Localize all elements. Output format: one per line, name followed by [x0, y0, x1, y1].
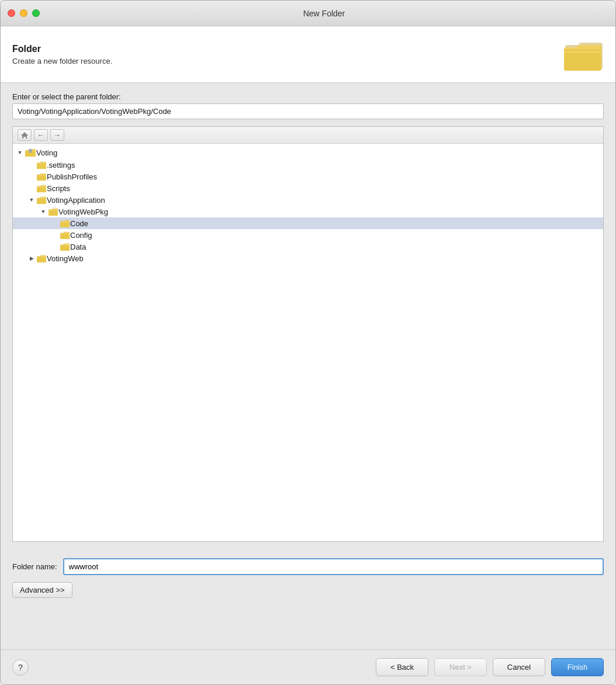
back-nav-button[interactable]: ← [34, 129, 48, 141]
tree-item-label-voting: Voting [36, 148, 57, 157]
title-bar: New Folder [1, 1, 615, 26]
tree-item-label-scripts: Scripts [47, 184, 70, 193]
tree-item-votingweb[interactable]: ▶ VotingWeb [13, 252, 603, 264]
header-title: Folder [12, 44, 112, 54]
tree-item-label-code: Code [70, 219, 88, 228]
tree-item-code[interactable]: ▶ Code [13, 217, 603, 229]
tree-item-label-settings: .settings [47, 161, 75, 169]
tree-toggle-votingwebpkg[interactable]: ▼ [39, 207, 48, 216]
header-text: Folder Create a new folder resource. [12, 44, 112, 65]
svg-marker-0 [21, 132, 28, 139]
bottom-buttons: < Back Next > Cancel Finish [376, 658, 604, 676]
tree-item-data[interactable]: ▶ Data [13, 241, 603, 252]
tree-item-votingapplication[interactable]: ▼ VotingApplication [13, 194, 603, 206]
tree-item-label-votingapplication: VotingApplication [47, 196, 105, 205]
bottom-form: Folder name: Advanced >> [1, 551, 615, 649]
folder-name-row: Folder name: [12, 558, 604, 575]
close-button[interactable] [8, 9, 15, 17]
parent-folder-label: Enter or select the parent folder: [12, 92, 604, 101]
cancel-button[interactable]: Cancel [493, 658, 545, 676]
tree-item-label-votingweb: VotingWeb [47, 254, 84, 263]
tree-toolbar: ← → [13, 127, 603, 144]
forward-nav-button[interactable]: → [50, 129, 64, 141]
tree-item-publishprofiles[interactable]: ▶ PublishProfiles [13, 171, 603, 182]
tree-item-config[interactable]: ▶ Config [13, 229, 603, 241]
svg-rect-2 [29, 150, 32, 153]
tree-item-scripts[interactable]: ▶ Scripts [13, 182, 603, 194]
main-content: Enter or select the parent folder: ← → ▼ [1, 83, 615, 551]
next-button: Next > [434, 658, 487, 676]
tree-toggle-voting[interactable]: ▼ [15, 148, 25, 157]
header-subtitle: Create a new folder resource. [12, 57, 112, 65]
parent-folder-section: Enter or select the parent folder: [12, 92, 604, 119]
window-title: New Folder [40, 9, 608, 18]
tree-item-voting[interactable]: ▼ Voting [13, 146, 603, 159]
tree-item-label-data: Data [70, 243, 86, 251]
minimize-button[interactable] [20, 9, 27, 17]
tree-item-settings[interactable]: ▶ .settings [13, 159, 603, 171]
tree-body[interactable]: ▼ Voting▶ .settings▶ PublishProfiles▶ Sc… [13, 144, 603, 541]
folder-name-input[interactable] [63, 558, 604, 575]
parent-folder-input[interactable] [12, 103, 604, 119]
advanced-button[interactable]: Advanced >> [12, 582, 72, 598]
header-section: Folder Create a new folder resource. [1, 26, 615, 83]
tree-item-label-votingwebpkg: VotingWebPkg [58, 207, 108, 216]
back-button[interactable]: < Back [376, 658, 428, 676]
bottom-bar: ? < Back Next > Cancel Finish [1, 649, 615, 684]
tree-item-votingwebpkg[interactable]: ▼ VotingWebPkg [13, 206, 603, 217]
svg-rect-3 [29, 149, 32, 150]
home-button[interactable] [18, 129, 32, 141]
folder-tree-container: ← → ▼ Voting▶ .settings▶ Publish [12, 126, 604, 542]
traffic-lights [8, 9, 40, 17]
folder-icon-large [562, 37, 604, 72]
folder-name-label: Folder name: [12, 562, 57, 571]
finish-button[interactable]: Finish [551, 658, 604, 676]
tree-item-label-publishprofiles: PublishProfiles [47, 172, 97, 181]
tree-toggle-votingapplication[interactable]: ▼ [27, 195, 36, 205]
maximize-button[interactable] [32, 9, 40, 17]
tree-item-label-config: Config [70, 231, 92, 240]
help-button[interactable]: ? [12, 659, 29, 676]
tree-toggle-votingweb[interactable]: ▶ [27, 254, 36, 263]
